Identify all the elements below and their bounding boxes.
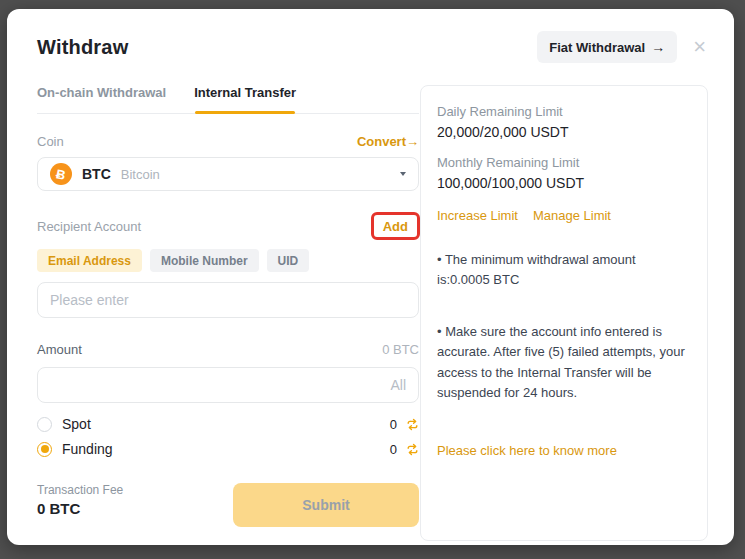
increase-limit-link[interactable]: Increase Limit <box>437 208 518 223</box>
tab-onchain-withdrawal[interactable]: On-chain Withdrawal <box>37 85 166 100</box>
account-row-spot[interactable]: Spot 0 <box>37 416 419 432</box>
refresh-icon[interactable] <box>406 443 419 456</box>
daily-limit-value: 20,000/20,000 USDT <box>437 124 691 140</box>
tab-internal-transfer[interactable]: Internal Transfer <box>194 85 296 100</box>
monthly-limit-label: Monthly Remaining Limit <box>437 155 691 170</box>
account-row-funding[interactable]: Funding 0 <box>37 441 419 457</box>
spot-balance: 0 <box>390 417 397 432</box>
spot-label: Spot <box>62 416 91 432</box>
transaction-fee-block: Transaction Fee 0 BTC <box>37 483 123 517</box>
add-recipient-link[interactable]: Add <box>383 219 408 234</box>
limits-info-panel: Daily Remaining Limit 20,000/20,000 USDT… <box>420 85 708 541</box>
amount-label: Amount <box>37 342 82 357</box>
transaction-fee-label: Transaction Fee <box>37 483 123 497</box>
chevron-down-icon <box>400 172 406 176</box>
recipient-account-label: Recipient Account <box>37 219 141 234</box>
modal-header: Withdraw Fiat Withdrawal → × <box>7 9 734 63</box>
coin-symbol: BTC <box>82 166 111 182</box>
coin-selector[interactable]: Ƀ BTC Bitcoin <box>37 157 419 191</box>
amount-input[interactable] <box>37 367 419 403</box>
note-minimum-withdrawal: • The minimum withdrawal amount is:0.000… <box>437 250 691 290</box>
arrow-right-icon: → <box>651 39 665 55</box>
submit-button[interactable]: Submit <box>233 483 419 527</box>
convert-link[interactable]: Convert→ <box>357 134 419 149</box>
btc-icon: Ƀ <box>50 163 72 185</box>
monthly-limit-value: 100,000/100,000 USDT <box>437 175 691 191</box>
withdraw-form: On-chain Withdrawal Internal Transfer Co… <box>37 85 419 541</box>
funding-label: Funding <box>62 441 113 457</box>
recipient-input[interactable] <box>37 282 419 318</box>
radio-spot[interactable] <box>37 417 52 432</box>
funding-balance: 0 <box>390 442 397 457</box>
recipient-method-pills: Email Address Mobile Number UID <box>37 249 419 272</box>
note-account-accuracy: • Make sure the account info entered is … <box>437 322 691 403</box>
amount-available: 0 BTC <box>382 342 419 357</box>
daily-limit-label: Daily Remaining Limit <box>437 104 691 119</box>
close-icon[interactable]: × <box>691 36 708 58</box>
manage-limit-link[interactable]: Manage Limit <box>533 208 611 223</box>
arrow-right-icon: → <box>406 134 419 149</box>
coin-label: Coin <box>37 134 64 149</box>
refresh-icon[interactable] <box>406 418 419 431</box>
convert-label: Convert <box>357 134 406 149</box>
withdraw-modal: Withdraw Fiat Withdrawal → × On-chain Wi… <box>7 9 734 545</box>
fiat-withdrawal-label: Fiat Withdrawal <box>549 40 645 55</box>
method-pill-mobile-number[interactable]: Mobile Number <box>150 249 259 272</box>
method-pill-email-address[interactable]: Email Address <box>37 249 142 272</box>
withdrawal-tabs: On-chain Withdrawal Internal Transfer <box>37 85 419 114</box>
radio-funding[interactable] <box>37 442 52 457</box>
transaction-fee-value: 0 BTC <box>37 500 123 517</box>
method-pill-uid[interactable]: UID <box>267 249 310 272</box>
page-title: Withdraw <box>37 36 128 59</box>
know-more-link[interactable]: Please click here to know more <box>437 443 691 458</box>
coin-name: Bitcoin <box>121 167 160 182</box>
fiat-withdrawal-button[interactable]: Fiat Withdrawal → <box>537 31 677 63</box>
